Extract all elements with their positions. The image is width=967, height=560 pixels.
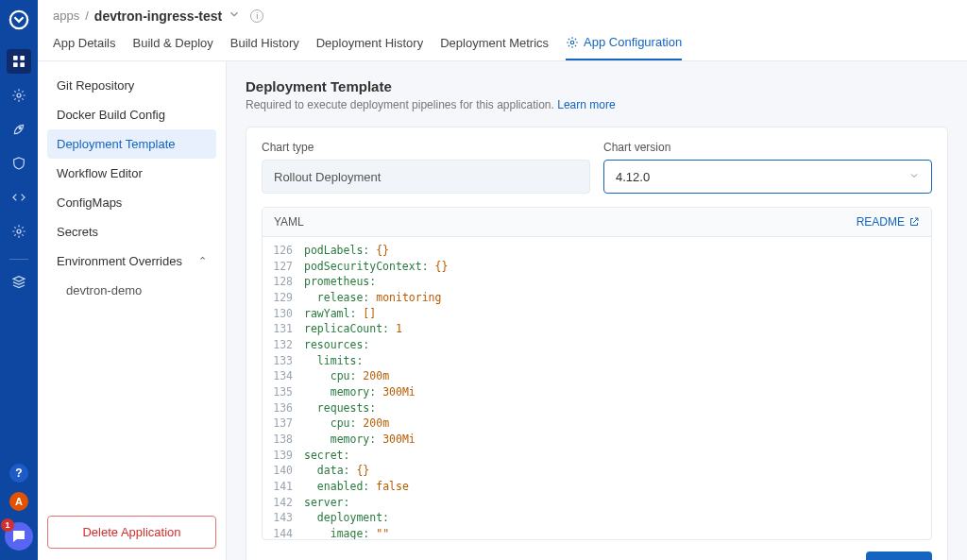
chart-type-label: Chart type (262, 141, 590, 154)
sidebar-item-git[interactable]: Git Repository (47, 71, 216, 100)
security-icon[interactable] (7, 151, 31, 176)
tab-deployment-history[interactable]: Deployment History (316, 27, 423, 60)
chevron-up-icon: ⌃ (198, 255, 207, 267)
editor-line[interactable]: 138 memory: 300Mi (263, 432, 931, 448)
svg-rect-4 (20, 62, 25, 67)
rocket-icon[interactable] (7, 117, 31, 142)
breadcrumb: apps / devtron-ingress-test i (38, 0, 967, 27)
save-button[interactable]: Save (866, 552, 932, 560)
yaml-label: YAML (274, 215, 304, 229)
editor-line[interactable]: 133 limits: (263, 353, 931, 369)
apps-icon[interactable] (7, 49, 31, 74)
tab-build-deploy[interactable]: Build & Deploy (132, 27, 212, 60)
readme-link[interactable]: README (857, 215, 920, 229)
breadcrumb-separator: / (85, 8, 89, 23)
chart-version-select[interactable]: 4.12.0 (603, 160, 932, 194)
logo-icon[interactable] (7, 8, 31, 32)
svg-point-8 (570, 41, 574, 44)
sidebar: Git Repository Docker Build Config Deplo… (38, 61, 227, 560)
svg-rect-3 (13, 62, 18, 67)
tab-app-details[interactable]: App Details (53, 27, 115, 60)
editor-line[interactable]: 131replicaCount: 1 (263, 321, 931, 337)
editor-line[interactable]: 144 image: "" (263, 526, 931, 539)
sidebar-item-configmaps[interactable]: ConfigMaps (47, 188, 216, 217)
svg-point-7 (17, 229, 21, 233)
yaml-editor[interactable]: 126podLabels: {}127podSecurityContext: {… (263, 237, 931, 539)
svg-point-5 (17, 93, 21, 97)
editor-line[interactable]: 130rawYaml: [] (263, 306, 931, 322)
tabs: App Details Build & Deploy Build History… (38, 27, 967, 61)
rail-divider (9, 259, 28, 260)
chart-type-text: Rollout Deployment (274, 170, 381, 184)
external-link-icon (908, 216, 920, 228)
svg-point-6 (19, 127, 21, 129)
helm-icon[interactable] (7, 83, 31, 108)
sidebar-item-secrets[interactable]: Secrets (47, 217, 216, 246)
tab-deployment-metrics[interactable]: Deployment Metrics (440, 27, 549, 60)
help-icon[interactable]: ? (9, 464, 28, 483)
chart-version-label: Chart version (603, 141, 932, 154)
editor-line[interactable]: 128prometheus: (263, 274, 931, 290)
main: apps / devtron-ingress-test i App Detail… (38, 0, 967, 560)
chevron-down-icon (908, 170, 920, 183)
app-switcher-chevron-icon[interactable] (228, 8, 241, 24)
editor-line[interactable]: 136 requests: (263, 400, 931, 416)
editor-line[interactable]: 139secret: (263, 448, 931, 464)
editor-line[interactable]: 134 cpu: 200m (263, 368, 931, 384)
page-title: Deployment Template (246, 78, 948, 94)
editor-line[interactable]: 141 enabled: false (263, 479, 931, 495)
sidebar-item-env-overrides[interactable]: Environment Overrides ⌃ (47, 246, 216, 276)
editor-line[interactable]: 135 memory: 300Mi (263, 384, 931, 400)
readme-link-text: README (857, 215, 905, 229)
code-icon[interactable] (7, 185, 31, 210)
stack-icon[interactable] (7, 269, 31, 294)
editor-line[interactable]: 129 release: monitoring (263, 290, 931, 306)
svg-point-0 (10, 11, 27, 28)
tab-build-history[interactable]: Build History (230, 27, 299, 60)
gear-icon (566, 36, 579, 49)
sidebar-env-overrides-label: Environment Overrides (57, 254, 182, 268)
page-subtitle: Required to execute deployment pipelines… (246, 98, 948, 111)
breadcrumb-app: devtron-ingress-test (94, 8, 222, 24)
content: Deployment Template Required to execute … (227, 61, 967, 560)
icon-rail: ? A 1 (0, 0, 38, 560)
page-subtitle-text: Required to execute deployment pipelines… (246, 98, 557, 111)
editor-line[interactable]: 137 cpu: 200m (263, 416, 931, 432)
editor-line[interactable]: 126podLabels: {} (263, 243, 931, 259)
editor-line[interactable]: 142server: (263, 495, 931, 511)
chat-icon[interactable]: 1 (5, 522, 33, 551)
template-card: Chart type Rollout Deployment Chart vers… (246, 127, 948, 560)
sidebar-item-workflow[interactable]: Workflow Editor (47, 159, 216, 188)
sidebar-item-docker[interactable]: Docker Build Config (47, 100, 216, 129)
breadcrumb-parent[interactable]: apps (53, 8, 79, 23)
sidebar-item-template[interactable]: Deployment Template (47, 129, 216, 159)
svg-rect-1 (13, 56, 18, 60)
avatar[interactable]: A (9, 492, 28, 511)
tab-app-configuration[interactable]: App Configuration (566, 27, 682, 60)
chart-version-text: 4.12.0 (616, 170, 650, 184)
editor-line[interactable]: 132resources: (263, 337, 931, 353)
svg-rect-2 (20, 56, 25, 60)
info-icon[interactable]: i (250, 9, 263, 23)
editor-line[interactable]: 127podSecurityContext: {} (263, 259, 931, 275)
tab-app-configuration-label: App Configuration (584, 35, 682, 49)
editor-line[interactable]: 143 deployment: (263, 510, 931, 526)
learn-more-link[interactable]: Learn more (557, 98, 615, 111)
editor-line[interactable]: 140 data: {} (263, 463, 931, 479)
delete-application-button[interactable]: Delete Application (47, 516, 216, 549)
chat-badge: 1 (1, 518, 14, 532)
chart-type-value: Rollout Deployment (262, 160, 590, 194)
sidebar-env-item[interactable]: devtron-demo (47, 276, 216, 305)
editor: YAML README 126podLabels: {}127podSecuri… (262, 207, 932, 540)
settings-icon[interactable] (7, 219, 31, 244)
